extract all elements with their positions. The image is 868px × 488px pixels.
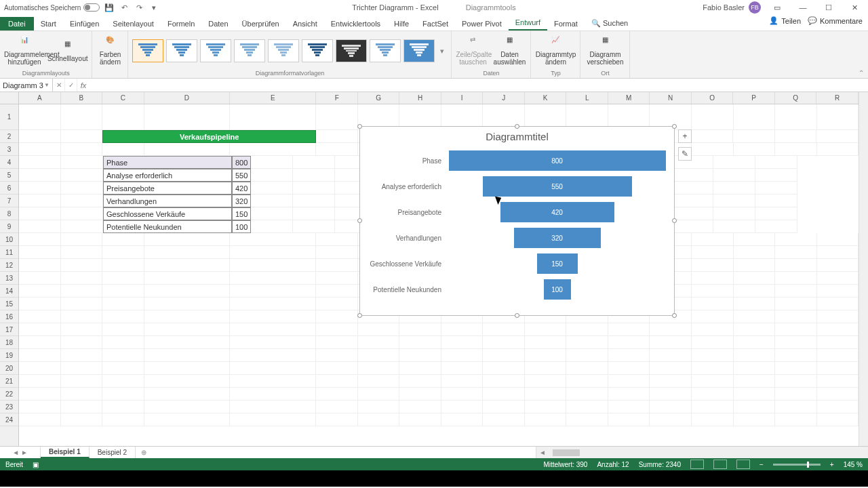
- cell-G23[interactable]: [358, 401, 400, 413]
- cell-F16[interactable]: [316, 310, 358, 323]
- tab-view[interactable]: Ansicht: [286, 17, 324, 30]
- cell-A17[interactable]: [19, 323, 61, 336]
- cell-Q15[interactable]: [775, 298, 817, 310]
- cell-A16[interactable]: [19, 310, 61, 323]
- cell-M24[interactable]: [608, 413, 650, 426]
- cell-P14[interactable]: [734, 285, 776, 298]
- tab-factset[interactable]: FactSet: [416, 17, 455, 30]
- cell-N23[interactable]: [650, 401, 692, 413]
- chart-styles-button[interactable]: ✎: [678, 147, 692, 161]
- cell-P17[interactable]: [734, 323, 776, 336]
- cell-O13[interactable]: [692, 272, 734, 285]
- user-account[interactable]: Fabio Basler FB: [703, 1, 761, 14]
- cell-O16[interactable]: [692, 310, 734, 323]
- cell-B6[interactable]: [61, 182, 103, 195]
- chart-style-6[interactable]: [302, 39, 333, 62]
- cell-J23[interactable]: [483, 401, 525, 413]
- cell-K23[interactable]: [525, 401, 567, 413]
- cell-F2[interactable]: [316, 130, 358, 143]
- row-header-24[interactable]: 24: [0, 413, 18, 426]
- cell-P10[interactable]: [734, 233, 776, 246]
- col-header-M[interactable]: M: [608, 92, 650, 104]
- cell-A18[interactable]: [19, 336, 61, 349]
- cell-D12[interactable]: [144, 259, 231, 272]
- cell-A11[interactable]: [19, 246, 61, 259]
- row-header-11[interactable]: 11: [0, 246, 18, 259]
- cell-B11[interactable]: [61, 246, 103, 259]
- cell-G8[interactable]: [293, 207, 335, 220]
- cell-O19[interactable]: [692, 349, 734, 362]
- cell-Q23[interactable]: [775, 401, 817, 413]
- cell-C13[interactable]: [102, 272, 144, 285]
- cell-C19[interactable]: [102, 349, 144, 362]
- cell-G21[interactable]: [358, 375, 400, 388]
- cell-H19[interactable]: [399, 349, 441, 362]
- row-header-6[interactable]: 6: [0, 182, 18, 195]
- cell-E21[interactable]: [230, 375, 316, 388]
- cell-O18[interactable]: [692, 336, 734, 349]
- cell-P1[interactable]: [734, 104, 776, 130]
- col-header-Q[interactable]: Q: [775, 92, 817, 104]
- cell-I21[interactable]: [441, 375, 484, 388]
- cell-Q18[interactable]: [775, 336, 817, 349]
- cell-A6[interactable]: [19, 182, 61, 195]
- row-header-18[interactable]: 18: [0, 336, 18, 349]
- cell-O11[interactable]: [692, 246, 734, 259]
- cell-O22[interactable]: [692, 388, 734, 401]
- cell-B2[interactable]: [61, 130, 103, 143]
- cell-E15[interactable]: [230, 298, 316, 310]
- cell-C2[interactable]: Verkaufspipeline: [102, 130, 316, 143]
- cell-C17[interactable]: [102, 323, 144, 336]
- cell-B8[interactable]: [61, 207, 103, 220]
- cell-J17[interactable]: [483, 323, 525, 336]
- col-header-K[interactable]: K: [525, 92, 567, 104]
- tab-formulas[interactable]: Formeln: [161, 17, 201, 30]
- cell-C15[interactable]: [102, 298, 144, 310]
- cell-F15[interactable]: [316, 298, 358, 310]
- col-header-R[interactable]: R: [816, 92, 859, 104]
- cell-K20[interactable]: [525, 362, 567, 375]
- tab-developer[interactable]: Entwicklertools: [324, 17, 387, 30]
- cell-D17[interactable]: [144, 323, 231, 336]
- cell-A2[interactable]: [19, 130, 61, 143]
- fx-icon[interactable]: fx: [77, 79, 90, 92]
- cell-F5[interactable]: [251, 169, 293, 182]
- cell-B7[interactable]: [61, 195, 103, 207]
- col-header-B[interactable]: B: [61, 92, 103, 104]
- col-header-C[interactable]: C: [102, 92, 144, 104]
- cell-B17[interactable]: [61, 323, 103, 336]
- cell-H18[interactable]: [399, 336, 441, 349]
- cell-L22[interactable]: [566, 388, 608, 401]
- cell-F13[interactable]: [316, 272, 358, 285]
- cell-I19[interactable]: [441, 349, 484, 362]
- cell-J20[interactable]: [483, 362, 525, 375]
- cell-A24[interactable]: [19, 413, 61, 426]
- cell-D14[interactable]: [144, 285, 231, 298]
- cell-P6[interactable]: [671, 182, 713, 195]
- col-header-E[interactable]: E: [230, 92, 316, 104]
- cell-K18[interactable]: [525, 336, 567, 349]
- cell-L19[interactable]: [566, 349, 608, 362]
- chart-plot-area[interactable]: Phase800Analyse erforderlich550Preisange…: [360, 145, 674, 308]
- cell-M18[interactable]: [608, 336, 650, 349]
- sheet-tab-1[interactable]: Beispiel 1: [41, 447, 90, 458]
- cell-Q12[interactable]: [775, 259, 817, 272]
- worksheet-grid[interactable]: ABCDEFGHIJKLMNOPQR 123456789101112131415…: [0, 92, 868, 446]
- cell-C1[interactable]: [102, 104, 144, 130]
- quick-layout-button[interactable]: ▦Schnelllayout: [47, 40, 87, 62]
- cell-O17[interactable]: [692, 323, 734, 336]
- cell-M20[interactable]: [608, 362, 650, 375]
- cell-Q16[interactable]: [775, 310, 817, 323]
- column-headers[interactable]: ABCDEFGHIJKLMNOPQR: [19, 92, 859, 104]
- cell-R11[interactable]: [817, 246, 859, 259]
- cell-P11[interactable]: [734, 246, 776, 259]
- cell-A14[interactable]: [19, 285, 61, 298]
- row-header-23[interactable]: 23: [0, 401, 18, 413]
- cell-E3[interactable]: [230, 143, 316, 156]
- cell-P12[interactable]: [734, 259, 776, 272]
- cell-R5[interactable]: [755, 169, 797, 182]
- cell-D18[interactable]: [144, 336, 231, 349]
- cell-B22[interactable]: [61, 388, 103, 401]
- row-header-13[interactable]: 13: [0, 272, 18, 285]
- cell-C6[interactable]: Preisangebote: [103, 182, 232, 195]
